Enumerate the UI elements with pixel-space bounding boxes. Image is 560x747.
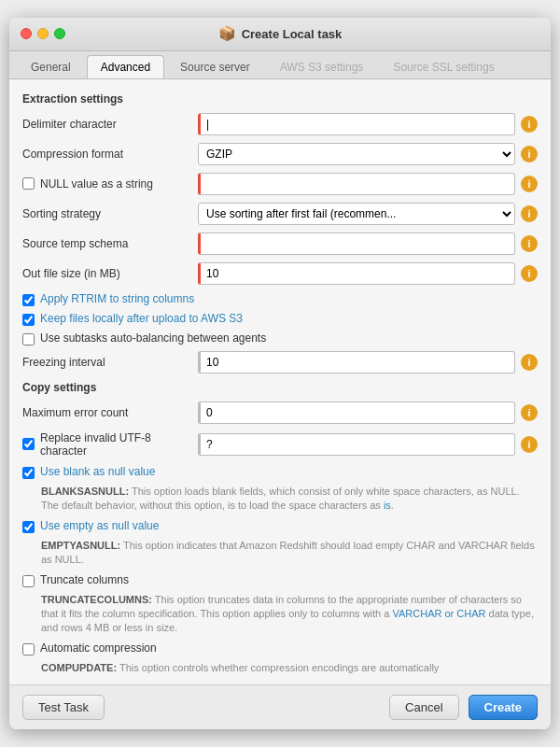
compression-format-field: GZIP LZOP BZIP2 NONE i bbox=[198, 143, 538, 165]
use-empty-null-row: Use empty as null value bbox=[22, 519, 538, 533]
cancel-button[interactable]: Cancel bbox=[389, 695, 458, 720]
max-error-count-field: i bbox=[198, 402, 538, 424]
null-value-string-label: NULL value as a string bbox=[40, 177, 153, 190]
apply-rtrim-row: Apply RTRIM to string columns bbox=[22, 292, 538, 306]
automatic-compression-row: Automatic compression bbox=[22, 641, 538, 655]
use-subtasks-row: Use subtasks auto-balancing between agen… bbox=[22, 331, 538, 345]
use-blank-null-block: Use blank as null value BLANKSASNULL: Th… bbox=[22, 465, 538, 514]
use-blank-null-checkbox[interactable] bbox=[22, 467, 35, 479]
out-file-size-label: Out file size (in MB) bbox=[22, 267, 190, 280]
use-empty-null-block: Use empty as null value EMPTYASNULL: Thi… bbox=[22, 519, 538, 568]
null-value-info-icon[interactable]: i bbox=[521, 176, 538, 192]
titlebar: 📦 Create Local task bbox=[9, 18, 551, 51]
compression-format-label: Compression format bbox=[22, 148, 190, 161]
copy-settings-header: Copy settings bbox=[22, 381, 538, 394]
maximize-button[interactable] bbox=[54, 28, 65, 39]
sorting-strategy-row: Sorting strategy Use sorting after first… bbox=[22, 203, 538, 225]
close-button[interactable] bbox=[21, 28, 32, 39]
delimiter-info-icon[interactable]: i bbox=[521, 116, 538, 133]
delimiter-character-label: Delimiter character bbox=[22, 118, 190, 131]
source-temp-schema-input[interactable] bbox=[198, 233, 515, 255]
compression-info-icon[interactable]: i bbox=[521, 146, 538, 162]
use-empty-null-label: Use empty as null value bbox=[40, 519, 159, 532]
use-blank-null-desc: BLANKSASNULL: This option loads blank fi… bbox=[41, 485, 538, 514]
automatic-compression-desc: COMPUPDATE: This option controls whether… bbox=[41, 661, 538, 675]
tab-general[interactable]: General bbox=[17, 55, 85, 78]
use-subtasks-checkbox[interactable] bbox=[22, 333, 35, 345]
replace-invalid-utf8-input-field: i bbox=[198, 433, 538, 456]
max-error-count-info-icon[interactable]: i bbox=[521, 404, 538, 421]
create-button[interactable]: Create bbox=[469, 695, 538, 720]
apply-rtrim-label: Apply RTRIM to string columns bbox=[40, 292, 194, 305]
footer: Test Task Cancel Create bbox=[9, 684, 551, 729]
window-title: 📦 Create Local task bbox=[218, 25, 343, 42]
use-blank-null-label: Use blank as null value bbox=[40, 465, 155, 478]
tab-aws-s3: AWS S3 settings bbox=[266, 55, 378, 78]
source-temp-schema-label: Source temp schema bbox=[22, 237, 190, 250]
extraction-settings-header: Extraction settings bbox=[22, 92, 538, 106]
out-file-size-row: Out file size (in MB) i bbox=[22, 262, 538, 285]
traffic-lights bbox=[21, 28, 65, 39]
automatic-compression-checkbox[interactable] bbox=[22, 643, 35, 655]
minimize-button[interactable] bbox=[37, 28, 49, 39]
keep-files-locally-label: Keep files locally after upload to AWS S… bbox=[40, 312, 243, 325]
out-file-size-info-icon[interactable]: i bbox=[521, 265, 538, 282]
automatic-compression-block: Automatic compression COMPUPDATE: This o… bbox=[22, 641, 538, 675]
use-empty-null-desc: EMPTYASNULL: This option indicates that … bbox=[41, 539, 538, 568]
replace-invalid-utf8-input[interactable] bbox=[198, 433, 515, 456]
sorting-info-icon[interactable]: i bbox=[521, 205, 538, 222]
tab-bar: General Advanced Source server AWS S3 se… bbox=[9, 51, 551, 79]
compression-format-select[interactable]: GZIP LZOP BZIP2 NONE bbox=[198, 143, 515, 165]
replace-invalid-utf8-checkbox[interactable] bbox=[22, 438, 35, 450]
sorting-strategy-field: Use sorting after first fail (recommen..… bbox=[198, 203, 538, 225]
sorting-strategy-label: Sorting strategy bbox=[22, 207, 190, 220]
replace-invalid-utf8-field: Replace invalid UTF-8 character bbox=[22, 431, 190, 458]
tab-source-server[interactable]: Source server bbox=[166, 55, 264, 78]
freezing-interval-input[interactable] bbox=[198, 351, 515, 374]
replace-invalid-utf8-row: Replace invalid UTF-8 character i bbox=[22, 431, 538, 458]
null-value-string-input[interactable] bbox=[198, 173, 515, 195]
truncate-columns-checkbox[interactable] bbox=[22, 575, 35, 587]
null-value-string-field: NULL value as a string bbox=[22, 177, 190, 190]
replace-invalid-utf8-label: Replace invalid UTF-8 character bbox=[40, 431, 190, 458]
tab-content: Extraction settings Delimiter character … bbox=[9, 79, 551, 684]
use-subtasks-label: Use subtasks auto-balancing between agen… bbox=[40, 331, 266, 345]
use-empty-null-checkbox[interactable] bbox=[22, 521, 35, 533]
delimiter-character-row: Delimiter character i bbox=[22, 113, 538, 135]
window-icon: 📦 bbox=[218, 25, 236, 42]
out-file-size-field: i bbox=[198, 262, 538, 285]
source-temp-schema-field: i bbox=[198, 233, 538, 255]
use-blank-null-row: Use blank as null value bbox=[22, 465, 538, 479]
delimiter-character-input[interactable] bbox=[198, 113, 515, 135]
replace-invalid-utf8-info-icon[interactable]: i bbox=[521, 436, 538, 453]
create-local-task-window: 📦 Create Local task General Advanced Sou… bbox=[9, 18, 551, 729]
null-value-string-checkbox[interactable] bbox=[22, 177, 35, 190]
apply-rtrim-checkbox[interactable] bbox=[22, 294, 35, 306]
max-error-count-row: Maximum error count i bbox=[22, 402, 538, 424]
null-value-string-input-field: i bbox=[198, 173, 538, 195]
sorting-strategy-select[interactable]: Use sorting after first fail (recommen..… bbox=[198, 203, 515, 225]
truncate-columns-desc: TRUNCATECOLUMNS: This option truncates d… bbox=[41, 593, 538, 636]
max-error-count-input[interactable] bbox=[198, 402, 515, 424]
keep-files-locally-checkbox[interactable] bbox=[22, 314, 35, 326]
automatic-compression-label: Automatic compression bbox=[40, 641, 157, 655]
test-task-button[interactable]: Test Task bbox=[22, 695, 105, 720]
freezing-interval-info-icon[interactable]: i bbox=[521, 354, 538, 371]
max-error-count-label: Maximum error count bbox=[22, 406, 190, 419]
delimiter-character-field: i bbox=[198, 113, 538, 135]
out-file-size-input[interactable] bbox=[198, 262, 515, 285]
truncate-columns-label: Truncate columns bbox=[40, 573, 129, 586]
keep-files-locally-row: Keep files locally after upload to AWS S… bbox=[22, 312, 538, 326]
freezing-interval-row: Freezing interval i bbox=[22, 351, 538, 374]
truncate-columns-block: Truncate columns TRUNCATECOLUMNS: This o… bbox=[22, 573, 538, 636]
freezing-interval-field: i bbox=[198, 351, 538, 374]
tab-source-ssl: Source SSL settings bbox=[379, 55, 508, 78]
freezing-interval-label: Freezing interval bbox=[22, 356, 190, 369]
source-temp-schema-row: Source temp schema i bbox=[22, 233, 538, 255]
source-temp-schema-info-icon[interactable]: i bbox=[521, 235, 538, 252]
truncate-columns-row: Truncate columns bbox=[22, 573, 538, 587]
tab-advanced[interactable]: Advanced bbox=[87, 55, 164, 78]
null-value-string-row: NULL value as a string i bbox=[22, 173, 538, 195]
compression-format-row: Compression format GZIP LZOP BZIP2 NONE … bbox=[22, 143, 538, 165]
